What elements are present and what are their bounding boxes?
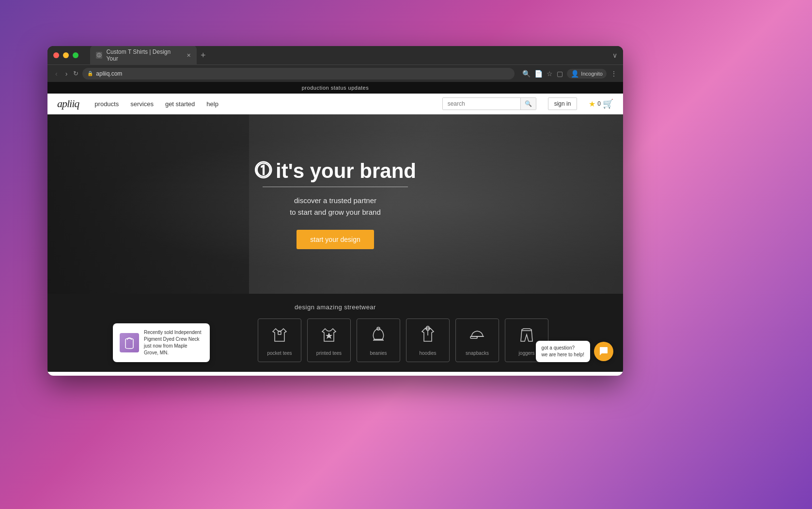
svg-marker-1 bbox=[326, 333, 332, 339]
website-content: production status updates apliiq product… bbox=[47, 82, 623, 376]
hero-section: ⓵ it's your brand discover a trusted par… bbox=[47, 114, 623, 294]
chat-line1: got a question? bbox=[542, 345, 575, 350]
banner-text: production status updates bbox=[302, 85, 369, 91]
cart-icon[interactable]: 🛒 bbox=[603, 98, 613, 109]
window-controls[interactable]: ∨ bbox=[612, 51, 617, 59]
pocket-tees-icon bbox=[270, 325, 289, 347]
hero-divider bbox=[263, 187, 408, 187]
product-card-hoodies[interactable]: hoodies bbox=[406, 318, 450, 362]
bottom-section: design amazing streetwear Recently sold … bbox=[47, 294, 623, 372]
joggers-label: joggers bbox=[519, 350, 535, 356]
lock-icon: 🔒 bbox=[87, 71, 93, 76]
product-card-printed-tees[interactable]: printed tees bbox=[307, 318, 351, 362]
beanies-icon bbox=[369, 325, 388, 347]
main-nav: apliiq products services get started hel… bbox=[47, 94, 623, 114]
exclamation-icon: ⓵ bbox=[254, 161, 272, 181]
hoodies-icon bbox=[418, 325, 437, 347]
nav-products[interactable]: products bbox=[94, 100, 119, 108]
zoom-button[interactable]: 🔍 bbox=[522, 70, 531, 78]
product-card-beanies[interactable]: beanies bbox=[357, 318, 400, 362]
refresh-button[interactable]: ↻ bbox=[73, 70, 78, 77]
joggers-icon bbox=[517, 325, 536, 347]
chat-open-button[interactable] bbox=[594, 342, 613, 361]
product-card-snapbacks[interactable]: snapbacks bbox=[455, 318, 499, 362]
search-input[interactable] bbox=[443, 98, 520, 110]
new-tab-button[interactable]: + bbox=[201, 51, 206, 60]
forward-button[interactable]: › bbox=[63, 69, 70, 79]
browser-window: ⓘ Custom T Shirts | Design Your ✕ + ∨ ‹ … bbox=[47, 46, 623, 376]
product-card-pocket-tees[interactable]: pocket tees bbox=[258, 318, 301, 362]
tab-title: Custom T Shirts | Design Your bbox=[106, 48, 181, 62]
maximize-window-button[interactable] bbox=[73, 52, 78, 58]
profile-label: Incognito bbox=[581, 71, 603, 77]
wishlist-star-icon[interactable]: ★ bbox=[589, 99, 595, 109]
pocket-tees-label: pocket tees bbox=[267, 350, 292, 356]
beanies-label: beanies bbox=[370, 350, 387, 356]
hero-title-text: it's your brand bbox=[276, 159, 416, 183]
close-tab-button[interactable]: ✕ bbox=[187, 52, 191, 59]
url-text: apliiq.com bbox=[96, 70, 122, 77]
snapbacks-icon bbox=[468, 325, 487, 347]
hero-title: ⓵ it's your brand bbox=[254, 159, 416, 183]
back-button[interactable]: ‹ bbox=[53, 69, 60, 79]
reading-mode-button[interactable]: 📄 bbox=[534, 70, 543, 78]
snapbacks-label: snapbacks bbox=[466, 350, 489, 356]
svg-rect-0 bbox=[278, 332, 281, 334]
address-bar: ‹ › ↻ 🔒 apliiq.com 🔍 📄 ☆ ▢ 👤 Incognito ⋮ bbox=[47, 64, 623, 82]
printed-tees-icon bbox=[319, 325, 339, 347]
tab-bar: ⓘ Custom T Shirts | Design Your ✕ + bbox=[90, 46, 609, 65]
start-design-button[interactable]: start your design bbox=[297, 230, 374, 249]
profile-button[interactable]: 👤 Incognito bbox=[567, 69, 607, 79]
search-button[interactable]: 🔍 bbox=[520, 98, 536, 110]
printed-tees-label: printed tees bbox=[316, 350, 342, 356]
hero-content: ⓵ it's your brand discover a trusted par… bbox=[254, 159, 416, 249]
hoodies-label: hoodies bbox=[419, 350, 436, 356]
bottom-title: design amazing streetwear bbox=[57, 303, 613, 311]
nav-get-started[interactable]: get started bbox=[165, 100, 195, 108]
browser-actions: 🔍 📄 ☆ ▢ 👤 Incognito ⋮ bbox=[522, 69, 617, 79]
chat-bubble: got a question? we are here to help! bbox=[536, 341, 590, 362]
tab-view-button[interactable]: ▢ bbox=[557, 70, 563, 78]
recently-sold-popup: Recently sold Independent Pigment Dyed C… bbox=[113, 323, 210, 362]
profile-icon: 👤 bbox=[571, 70, 579, 78]
logo[interactable]: apliiq bbox=[57, 97, 79, 110]
active-tab[interactable]: ⓘ Custom T Shirts | Design Your ✕ bbox=[90, 46, 197, 65]
search-bar: 🔍 bbox=[442, 97, 536, 110]
cart-area: ★ 0 🛒 bbox=[589, 98, 613, 109]
minimize-window-button[interactable] bbox=[63, 52, 69, 58]
nav-services[interactable]: services bbox=[130, 100, 154, 108]
chat-line2: we are here to help! bbox=[542, 352, 584, 357]
hero-subtitle-line1: discover a trusted partner bbox=[294, 196, 376, 205]
url-bar[interactable]: 🔒 apliiq.com bbox=[82, 68, 515, 80]
hero-subtitle: discover a trusted partner to start and … bbox=[254, 195, 416, 218]
chat-widget: got a question? we are here to help! bbox=[536, 341, 613, 362]
wishlist-count: 0 bbox=[597, 100, 601, 107]
top-banner: production status updates bbox=[47, 82, 623, 94]
hero-subtitle-line2: to start and grow your brand bbox=[290, 208, 381, 216]
tab-favicon: ⓘ bbox=[96, 52, 102, 59]
nav-help[interactable]: help bbox=[206, 100, 219, 108]
title-bar: ⓘ Custom T Shirts | Design Your ✕ + ∨ bbox=[47, 46, 623, 64]
sold-product-image bbox=[120, 333, 139, 352]
sold-text: Recently sold Independent Pigment Dyed C… bbox=[144, 329, 203, 356]
sign-in-button[interactable]: sign in bbox=[548, 97, 578, 110]
bookmark-button[interactable]: ☆ bbox=[547, 70, 553, 78]
website-inner: production status updates apliiq product… bbox=[47, 82, 623, 372]
close-window-button[interactable] bbox=[53, 52, 59, 58]
more-options-button[interactable]: ⋮ bbox=[610, 70, 617, 78]
